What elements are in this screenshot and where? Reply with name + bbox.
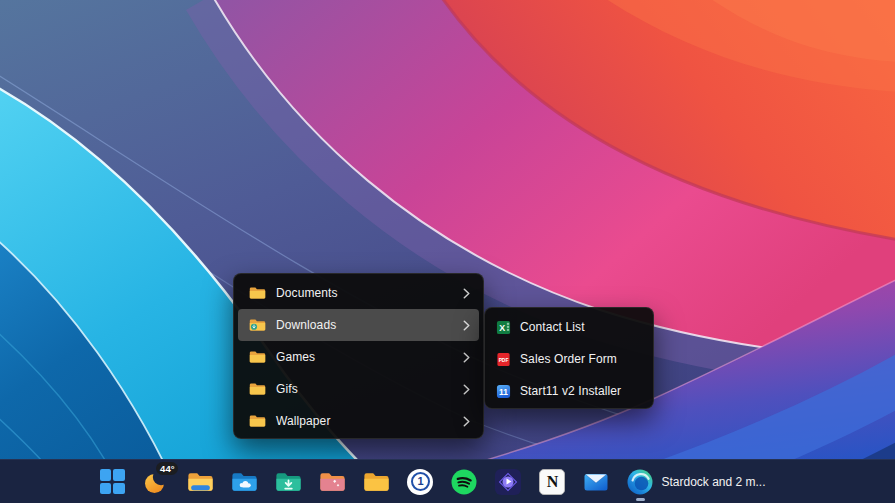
menu-item-label: Gifs [276, 382, 298, 396]
onedrive-folder-icon [231, 471, 258, 493]
menu-item-documents[interactable]: Documents [238, 277, 479, 309]
submenu-item-label: Contact List [520, 320, 585, 334]
folder-icon [249, 349, 266, 366]
edge-window-label: Stardock and 2 m... [661, 475, 765, 489]
games-folder-button[interactable] [313, 462, 351, 502]
folder-icon [363, 471, 390, 493]
temperature-badge: 44° [156, 462, 178, 475]
folder-context-menu: Documents Downloads Games [233, 273, 484, 439]
file-explorer-button[interactable] [181, 462, 219, 502]
onedrive-folder-button[interactable] [225, 462, 263, 502]
onepassword-icon: 1 [407, 469, 433, 495]
desktop: Documents Downloads Games [0, 0, 895, 503]
stardock-app-button[interactable] [489, 462, 527, 502]
folder-icon [249, 413, 266, 430]
downloads-folder-icon [249, 317, 266, 334]
taskbar-center-group: 44° 1 [93, 462, 777, 502]
excel-file-icon: X [496, 320, 511, 335]
start11-app-icon: 11 [496, 384, 511, 399]
menu-item-wallpaper[interactable]: Wallpaper [238, 405, 479, 437]
submenu-item-label: Sales Order Form [520, 352, 617, 366]
chevron-right-icon [463, 320, 470, 331]
menu-item-gifs[interactable]: Gifs [238, 373, 479, 405]
svg-text:X: X [499, 322, 505, 332]
menu-item-label: Documents [276, 286, 338, 300]
svg-text:11: 11 [499, 386, 508, 396]
downloads-folder-icon [275, 471, 302, 493]
folder-icon [249, 285, 266, 302]
svg-text:PDF: PDF [499, 357, 509, 362]
submenu-item-start11-installer[interactable]: 11 Start11 v2 Installer [488, 375, 650, 407]
menu-item-label: Downloads [276, 318, 336, 332]
submenu-item-label: Start11 v2 Installer [520, 384, 621, 398]
documents-folder-button[interactable] [357, 462, 395, 502]
chevron-right-icon [463, 352, 470, 363]
edge-window-button[interactable]: Stardock and 2 m... [621, 462, 777, 502]
submenu-item-contact-list[interactable]: X Contact List [488, 311, 650, 343]
windows-logo-icon [100, 469, 125, 494]
chevron-right-icon [463, 384, 470, 395]
games-folder-icon [319, 471, 346, 493]
menu-item-games[interactable]: Games [238, 341, 479, 373]
chevron-right-icon [463, 288, 470, 299]
pdf-file-icon: PDF [496, 352, 511, 367]
menu-item-downloads[interactable]: Downloads [238, 309, 479, 341]
folder-icon [249, 381, 266, 398]
mail-button[interactable] [577, 462, 615, 502]
edge-running-indicator [636, 498, 645, 501]
weather-widget-button[interactable]: 44° [137, 462, 175, 502]
menu-item-label: Games [276, 350, 315, 364]
downloads-folder-button[interactable] [269, 462, 307, 502]
mail-icon [583, 469, 609, 495]
edge-icon [627, 469, 653, 495]
stardock-app-icon [495, 469, 521, 495]
downloads-submenu: X Contact List PDF Sales Order Form 11 S… [484, 307, 654, 409]
start-button[interactable] [93, 462, 131, 502]
onepassword-button[interactable]: 1 [401, 462, 439, 502]
chevron-right-icon [463, 416, 470, 427]
file-explorer-icon [187, 471, 214, 493]
spotify-icon [451, 469, 477, 495]
menu-item-label: Wallpaper [276, 414, 330, 428]
notion-icon: N [539, 469, 565, 495]
taskbar: 44° 1 [0, 459, 895, 503]
notion-button[interactable]: N [533, 462, 571, 502]
submenu-item-sales-order-form[interactable]: PDF Sales Order Form [488, 343, 650, 375]
spotify-button[interactable] [445, 462, 483, 502]
